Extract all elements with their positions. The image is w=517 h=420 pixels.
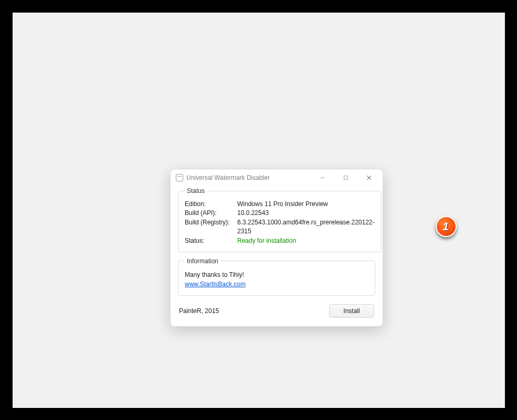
titlebar[interactable]: Universal Watermark Disabler (171, 169, 383, 186)
information-legend: Information (185, 257, 220, 265)
annotation-callout: 1 (436, 216, 457, 237)
footer: PainteR, 2015 Install (178, 301, 375, 319)
edition-label: Edition: (185, 200, 233, 209)
edition-value: Windows 11 Pro Insider Preview (237, 200, 375, 209)
information-group: Information Many thanks to Tihiy! www.St… (178, 257, 375, 296)
status-group: Status Edition: Windows 11 Pro Insider P… (178, 187, 382, 252)
window-controls (311, 170, 381, 185)
status-label: Status: (185, 236, 233, 245)
app-icon (176, 174, 183, 181)
window-content: Status Edition: Windows 11 Pro Insider P… (171, 186, 383, 326)
build-api-label: Build (API): (185, 209, 233, 218)
desktop-background: Universal Watermark Disabler Status Edit… (13, 13, 505, 408)
thanks-text: Many thanks to Tihiy! (185, 270, 368, 279)
svg-rect-1 (344, 176, 348, 180)
build-registry-label: Build (Registry): (185, 218, 233, 236)
install-button[interactable]: Install (329, 304, 374, 318)
build-registry-value: 6.3.22543.1000.amd64fre.rs_prerelease.22… (237, 218, 375, 236)
credit-text: PainteR, 2015 (179, 307, 219, 315)
annotation-number: 1 (442, 221, 448, 232)
app-window: Universal Watermark Disabler Status Edit… (170, 169, 383, 327)
window-title: Universal Watermark Disabler (186, 174, 311, 181)
build-api-value: 10.0.22543 (237, 209, 375, 218)
minimize-button[interactable] (311, 170, 334, 185)
status-value: Ready for installation (237, 236, 375, 245)
status-legend: Status (185, 187, 207, 195)
close-button[interactable] (357, 170, 381, 185)
maximize-button[interactable] (334, 170, 357, 185)
startisback-link[interactable]: www.StartIsBack.com (185, 281, 246, 288)
